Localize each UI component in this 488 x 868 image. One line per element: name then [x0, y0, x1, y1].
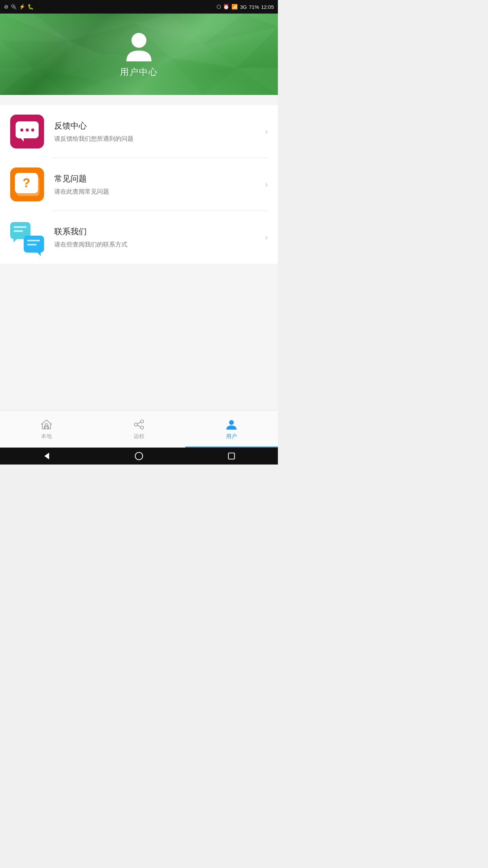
- status-left-icons: ⊘ 🔌 ⚡ 🐛: [4, 4, 34, 10]
- debug-icon: 🐛: [27, 4, 34, 10]
- bubble-main: [16, 121, 39, 138]
- svg-point-17: [140, 420, 143, 423]
- avatar-container[interactable]: 用户中心: [120, 31, 158, 78]
- battery-percent: 71%: [249, 4, 259, 10]
- bubble-line-1: [14, 226, 26, 228]
- bubble-line-4: [27, 244, 37, 245]
- tab-user-label: 用户: [226, 433, 237, 440]
- time-display: 12:05: [261, 4, 274, 10]
- wifi-icon: 📶: [231, 4, 238, 10]
- alarm-icon: ⏰: [223, 4, 229, 10]
- contact-subtitle: 请在些查阅我们的联系方式: [54, 240, 262, 249]
- faq-text: 常见问题 请在此查阅常见问题: [54, 173, 262, 196]
- bubble-line-2: [14, 230, 23, 232]
- svg-point-18: [134, 423, 137, 426]
- spacer-top: [0, 95, 278, 105]
- back-button[interactable]: [38, 450, 55, 462]
- recents-button[interactable]: [223, 450, 240, 462]
- bluetooth-icon: ⬡: [217, 4, 221, 10]
- feedback-chevron: ›: [265, 127, 268, 136]
- usb2-icon: ⚡: [19, 4, 25, 10]
- usb-icon: 🔌: [11, 4, 17, 10]
- tab-remote-label: 远程: [134, 433, 144, 440]
- faq-front-page: ?: [15, 173, 38, 193]
- recents-icon: [227, 451, 236, 461]
- tab-bar: 本地 远程 用户: [0, 410, 278, 448]
- svg-point-24: [135, 452, 143, 460]
- share-icon: [133, 418, 145, 431]
- battery-low-icon: ⊘: [4, 4, 8, 10]
- contact-text: 联系我们 请在些查阅我们的联系方式: [54, 226, 262, 249]
- faq-icon: ?: [15, 173, 39, 196]
- tab-remote[interactable]: 远程: [93, 411, 185, 448]
- bubble-dot-3: [31, 129, 34, 132]
- contact-menu-item[interactable]: 联系我们 请在些查阅我们的联系方式 ›: [0, 211, 278, 264]
- tab-local[interactable]: 本地: [0, 411, 93, 448]
- faq-menu-item[interactable]: ? 常见问题 请在此查阅常见问题 ›: [0, 158, 278, 211]
- svg-marker-0: [0, 14, 68, 41]
- feedback-title: 反馈中心: [54, 120, 262, 131]
- home-nav-icon: [134, 451, 144, 461]
- contact-title: 联系我们: [54, 226, 262, 237]
- bubble-dot-2: [26, 129, 29, 132]
- feedback-icon-wrap: [10, 115, 44, 149]
- bubble-dot-1: [20, 129, 23, 132]
- faq-title: 常见问题: [54, 173, 262, 184]
- menu-list: 反馈中心 请反馈给我们您所遇到的问题 › ? 常见问题 请: [0, 105, 278, 264]
- chat-bubble-icon: [16, 121, 39, 142]
- svg-point-19: [140, 426, 143, 429]
- tab-local-label: 本地: [41, 433, 52, 440]
- user-avatar: [124, 31, 154, 61]
- svg-marker-23: [44, 453, 49, 459]
- app-container: ⊘ 🔌 ⚡ 🐛 ⬡ ⏰ 📶 3G 71% 12:05: [0, 0, 278, 465]
- contact-chat-icon: [10, 222, 44, 253]
- status-right-icons: ⬡ ⏰ 📶 3G 71% 12:05: [217, 4, 274, 10]
- user-icon: [225, 418, 238, 431]
- contact-chevron: ›: [265, 233, 268, 242]
- home-icon: [40, 418, 53, 431]
- faq-chevron: ›: [265, 180, 268, 189]
- bubble-line-3: [27, 240, 40, 241]
- contact-icon-wrap: [10, 220, 44, 254]
- feedback-subtitle: 请反馈给我们您所遇到的问题: [54, 135, 262, 143]
- svg-point-14: [131, 33, 146, 48]
- feedback-text: 反馈中心 请反馈给我们您所遇到的问题: [54, 120, 262, 143]
- bubble-tail: [20, 138, 24, 142]
- svg-marker-4: [0, 41, 68, 68]
- faq-subtitle: 请在此查阅常见问题: [54, 188, 262, 196]
- main-content: 反馈中心 请反馈给我们您所遇到的问题 › ? 常见问题 请: [0, 95, 278, 465]
- svg-line-21: [137, 425, 141, 427]
- header-banner: 用户中心: [0, 14, 278, 95]
- header-title: 用户中心: [120, 66, 158, 78]
- svg-rect-16: [45, 424, 48, 426]
- faq-icon-wrap: ?: [10, 167, 44, 201]
- system-nav-bar: [0, 448, 278, 465]
- contact-bubble-2: [24, 236, 44, 253]
- svg-rect-25: [228, 453, 235, 459]
- home-button[interactable]: [130, 450, 147, 462]
- faq-question-mark: ?: [23, 176, 30, 190]
- avatar-svg: [124, 31, 154, 61]
- feedback-menu-item[interactable]: 反馈中心 请反馈给我们您所遇到的问题 ›: [0, 105, 278, 158]
- svg-line-20: [137, 422, 141, 424]
- svg-marker-13: [237, 68, 278, 95]
- svg-point-22: [229, 420, 234, 425]
- signal-icon: 3G: [240, 4, 247, 10]
- tab-user[interactable]: 用户: [185, 411, 278, 448]
- back-icon: [42, 451, 51, 461]
- status-bar: ⊘ 🔌 ⚡ 🐛 ⬡ ⏰ 📶 3G 71% 12:05: [0, 0, 278, 14]
- svg-marker-9: [0, 68, 34, 95]
